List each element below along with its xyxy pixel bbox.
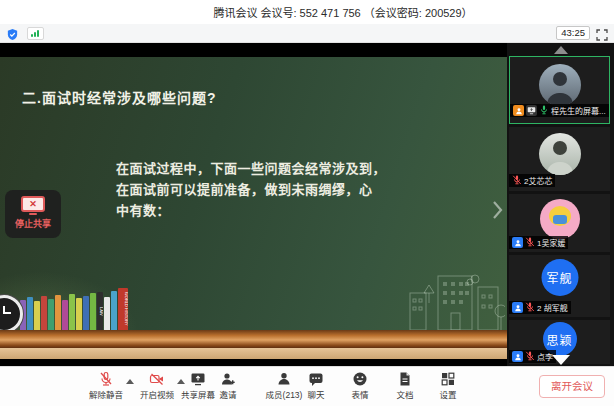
- person-silhouette: [553, 141, 567, 155]
- main-area: 二.面试时经常涉及哪些问题? 在面试过程中，下面一些问题会经常涉及到， 在面试前…: [0, 43, 614, 366]
- unmute-button[interactable]: 解除静音: [80, 371, 132, 400]
- stop-share-screen-icon: ✕: [21, 196, 45, 212]
- chalk-buildings-drawing: [402, 273, 505, 330]
- bottom-toolbar: 解除静音 开启视频 共享屏幕 邀请 成员(213): [0, 366, 614, 406]
- book-spine: [62, 300, 68, 330]
- invite-person-icon: [202, 371, 254, 387]
- mic-muted-icon: [525, 302, 535, 314]
- participant-name: 2 胡军舰: [537, 302, 568, 313]
- avatar: [540, 199, 580, 239]
- book-spine: [104, 297, 110, 330]
- member-badge-icon: [512, 302, 523, 313]
- slide-body-line: 在面试过程中，下面一些问题会经常涉及到，: [116, 158, 386, 179]
- participant-tile[interactable]: 军舰 2 胡军舰: [509, 255, 610, 317]
- collapse-panel-icon[interactable]: [554, 46, 568, 54]
- next-chevron-icon[interactable]: [491, 200, 503, 220]
- slide-body-line: 在面试前可以提前准备，做到未雨绸缪，心: [116, 179, 386, 200]
- invite-button[interactable]: 邀请: [202, 371, 254, 400]
- participant-label: 程先生的屏幕...: [510, 104, 609, 117]
- books: LAWWORLD HISTORY: [20, 288, 129, 330]
- avatar: [539, 133, 581, 175]
- member-badge-icon: [512, 351, 523, 362]
- settings-button[interactable]: 设置: [422, 371, 474, 400]
- unmute-label: 解除静音: [80, 388, 132, 400]
- shared-screen: 二.面试时经常涉及哪些问题? 在面试过程中，下面一些问题会经常涉及到， 在面试前…: [0, 43, 507, 366]
- book-spine: WORLD HISTORY: [118, 288, 128, 330]
- participant-tile[interactable]: 2艾芯芯: [509, 127, 610, 191]
- participant-label: 2艾芯芯: [509, 174, 555, 187]
- board-base: [0, 348, 507, 359]
- participant-label: 点李: [509, 350, 556, 363]
- book-spine: [48, 299, 54, 330]
- mic-muted-icon: [525, 237, 535, 249]
- network-signal-icon[interactable]: [27, 27, 44, 40]
- signal-bar: [31, 34, 33, 37]
- fullscreen-icon[interactable]: [596, 27, 608, 39]
- screen-stand: [29, 213, 37, 215]
- book-spine: [34, 301, 40, 330]
- member-badge-icon: [512, 237, 523, 248]
- book-spine: [41, 296, 47, 330]
- settings-grid-icon: [422, 371, 474, 387]
- participant-label: 1吴家媛: [509, 236, 568, 249]
- participant-label: 2 胡军舰: [509, 301, 571, 314]
- book-spine: [55, 295, 61, 330]
- chalk-tray: [0, 330, 507, 348]
- stop-share-label: 停止共享: [5, 217, 61, 230]
- blackboard-slide: 二.面试时经常涉及哪些问题? 在面试过程中，下面一些问题会经常涉及到， 在面试前…: [0, 57, 507, 359]
- clock-hand: [3, 312, 11, 314]
- participant-name: 1吴家媛: [537, 237, 565, 248]
- book-spine: [69, 294, 75, 330]
- signal-bar: [34, 32, 36, 37]
- book-spine: [27, 297, 33, 330]
- book-spine: [83, 296, 89, 330]
- participants-sidebar: 程先生的屏幕... 2艾芯芯: [507, 43, 614, 366]
- host-badge-icon: [513, 105, 524, 116]
- participant-tile[interactable]: 程先生的屏幕...: [509, 56, 610, 124]
- avatar: 军舰: [541, 259, 578, 296]
- participant-tile[interactable]: 1吴家媛: [509, 194, 610, 252]
- security-shield-icon[interactable]: [6, 27, 19, 40]
- tencent-meeting-window: 腾讯会议 会议号: 552 471 756 （会议密码: 200529） 43:…: [0, 0, 614, 406]
- mic-muted-icon: [80, 371, 132, 387]
- stop-share-button[interactable]: ✕ 停止共享: [5, 190, 61, 238]
- mic-muted-icon: [512, 175, 522, 187]
- slide-body-line: 中有数：: [116, 200, 386, 221]
- person-silhouette: [553, 72, 567, 86]
- settings-label: 设置: [422, 388, 474, 400]
- meeting-timer: 43:25: [556, 26, 590, 40]
- signal-bar: [37, 30, 39, 37]
- participant-name: 程先生的屏幕...: [551, 105, 606, 116]
- screen-sharing-icon: [526, 105, 537, 116]
- book-spine: [76, 298, 82, 330]
- invite-label: 邀请: [202, 388, 254, 400]
- mic-on-icon: [539, 105, 549, 117]
- statusbar: 43:25: [0, 24, 614, 43]
- titlebar: 腾讯会议 会议号: 552 471 756 （会议密码: 200529）: [0, 0, 614, 24]
- book-spine: [111, 291, 117, 330]
- meeting-info: 腾讯会议 会议号: 552 471 756 （会议密码: 200529）: [213, 4, 472, 20]
- book-spine: LAW: [97, 292, 103, 330]
- leave-meeting-button[interactable]: 离开会议: [539, 375, 605, 398]
- avatar: [539, 64, 581, 106]
- book-spine: [90, 293, 96, 330]
- face-mask: [553, 215, 567, 224]
- scroll-down-icon[interactable]: [552, 355, 570, 365]
- mic-muted-icon: [525, 351, 535, 363]
- participant-name: 2艾芯芯: [524, 175, 552, 186]
- slide-body: 在面试过程中，下面一些问题会经常涉及到， 在面试前可以提前准备，做到未雨绸缪，心…: [116, 158, 386, 221]
- slide-title: 二.面试时经常涉及哪些问题?: [22, 87, 216, 107]
- x-icon: ✕: [29, 200, 37, 209]
